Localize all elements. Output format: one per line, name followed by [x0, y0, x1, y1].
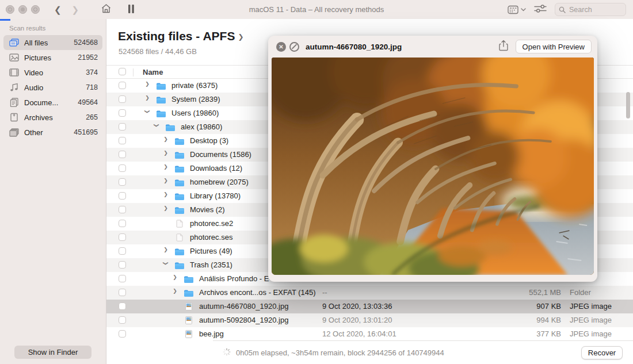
- preview-titlebar: ✕ autumn-4667080_1920.jpg Open with Prev…: [268, 36, 597, 58]
- folder-icon: [175, 247, 184, 255]
- row-checkbox[interactable]: [119, 261, 126, 269]
- file-name: System (2839): [171, 95, 220, 104]
- file-name: Downloads (12): [190, 164, 242, 173]
- disclosure-right-icon[interactable]: ❯: [162, 136, 169, 142]
- scan-progress-bar: [0, 19, 10, 21]
- sidebar-item-allfiles[interactable]: All files524568: [3, 35, 102, 50]
- close-window-button[interactable]: [6, 5, 14, 14]
- sidebar-item-other[interactable]: Other451695: [3, 125, 102, 140]
- filter-sliders-icon[interactable]: [534, 4, 547, 16]
- disclosure-right-icon[interactable]: ❯: [162, 247, 169, 252]
- folder-icon: [166, 123, 175, 131]
- footer-bar: 0h05m elapsed, ~3h54m remain, block 2944…: [213, 340, 633, 364]
- traffic-lights[interactable]: [6, 5, 44, 14]
- sidebar: Scan results All files524568Pictures2195…: [0, 19, 106, 364]
- row-checkbox[interactable]: [119, 192, 126, 200]
- disclosure-right-icon[interactable]: ❯: [162, 150, 169, 156]
- image-file-icon: [184, 316, 193, 324]
- disclosure-right-icon[interactable]: ❯: [162, 191, 169, 197]
- file-name: autumn-5092804_1920.jpg: [199, 316, 288, 324]
- image-file-icon: [184, 330, 193, 338]
- back-button[interactable]: ❮: [54, 5, 62, 15]
- file-date: 12 Oct 2020, 16:04:01: [322, 329, 396, 338]
- row-checkbox[interactable]: [119, 151, 126, 158]
- file-name: Pictures (49): [190, 247, 232, 255]
- row-checkbox[interactable]: [119, 330, 126, 338]
- disclosure-right-icon[interactable]: ❯: [162, 178, 169, 183]
- row-checkbox[interactable]: [119, 137, 126, 144]
- row-checkbox[interactable]: [119, 233, 126, 241]
- close-preview-icon[interactable]: ✕: [276, 42, 286, 52]
- name-column-header[interactable]: Name: [143, 68, 163, 76]
- sidebar-item-archives[interactable]: Archives265: [3, 110, 102, 125]
- table-row[interactable]: ❯Archivos encont...os - EXFAT (145)--552…: [106, 286, 633, 300]
- folder-icon: [175, 151, 184, 159]
- forward-button[interactable]: ❯: [72, 5, 79, 15]
- file-kind: JPEG image: [570, 329, 612, 338]
- disclosure-right-icon[interactable]: ❯: [162, 205, 169, 211]
- table-row[interactable]: autumn-5092804_1920.jpg9 Oct 2020, 13:01…: [106, 313, 633, 327]
- row-checkbox[interactable]: [119, 302, 126, 310]
- scan-status-text: 0h05m elapsed, ~3h54m remain, block 2944…: [236, 348, 444, 357]
- row-checkbox[interactable]: [119, 275, 126, 282]
- file-icon: [175, 233, 184, 242]
- chevron-down-icon: ❯: [238, 33, 243, 41]
- search-input[interactable]: [568, 5, 616, 14]
- file-name: Documents (1586): [190, 150, 251, 159]
- pause-scan-button[interactable]: [128, 5, 135, 15]
- row-checkbox[interactable]: [119, 164, 126, 172]
- sidebar-item-audio[interactable]: Audio718: [3, 80, 102, 95]
- file-name: homebrew (2075): [190, 178, 249, 186]
- chevron-down-icon: [521, 8, 526, 12]
- disclosure-right-icon[interactable]: ❯: [144, 95, 151, 101]
- show-in-finder-button[interactable]: Show in Finder: [14, 346, 91, 359]
- sidebar-item-docume[interactable]: Docume...49564: [3, 95, 102, 110]
- row-checkbox[interactable]: [119, 95, 126, 103]
- folder-icon: [175, 261, 184, 269]
- page-subtitle: 524568 files / 44,46 GB: [119, 47, 197, 56]
- video-icon: [9, 68, 19, 78]
- open-with-preview-button[interactable]: Open with Preview: [516, 40, 592, 53]
- disclosure-down-icon[interactable]: ❯: [144, 108, 150, 115]
- row-checkbox[interactable]: [119, 289, 126, 296]
- disclosure-right-icon[interactable]: ❯: [162, 164, 169, 170]
- view-options-button[interactable]: [508, 5, 526, 14]
- search-field[interactable]: [555, 3, 626, 16]
- row-checkbox[interactable]: [119, 316, 126, 324]
- table-row[interactable]: autumn-4667080_1920.jpg9 Oct 2020, 13:03…: [106, 300, 633, 313]
- home-icon[interactable]: [101, 3, 112, 16]
- file-name: Análisis Profundo - E: [199, 274, 269, 283]
- row-checkbox[interactable]: [119, 206, 126, 213]
- recover-button[interactable]: Recover: [581, 346, 623, 359]
- select-all-checkbox[interactable]: [119, 68, 126, 75]
- row-checkbox[interactable]: [119, 123, 126, 131]
- sidebar-item-count: 21952: [78, 53, 98, 62]
- sidebar-item-video[interactable]: Video374: [3, 65, 102, 80]
- disclosure-right-icon[interactable]: ❯: [171, 274, 178, 280]
- preview-image: [272, 58, 594, 275]
- sidebar-item-label: Pictures: [24, 53, 51, 62]
- table-row[interactable]: bee.jpg12 Oct 2020, 16:04:01377 KBJPEG i…: [106, 327, 633, 341]
- vertical-scrollbar[interactable]: [626, 92, 630, 118]
- disclosure-right-icon[interactable]: ❯: [144, 81, 151, 87]
- share-icon[interactable]: [499, 40, 508, 53]
- spinner-icon: [223, 348, 231, 358]
- disclosure-down-icon[interactable]: ❯: [154, 122, 159, 129]
- row-checkbox[interactable]: [119, 220, 126, 227]
- disclosure-right-icon[interactable]: ❯: [171, 288, 178, 294]
- row-checkbox[interactable]: [119, 109, 126, 117]
- zoom-window-button[interactable]: [31, 5, 40, 14]
- disclosure-down-icon[interactable]: ❯: [163, 260, 169, 267]
- folder-icon: [184, 289, 193, 297]
- sidebar-item-count: 451695: [74, 128, 98, 136]
- minimize-window-button[interactable]: [18, 5, 27, 14]
- no-entry-icon[interactable]: [289, 42, 299, 52]
- sidebar-item-pictures[interactable]: Pictures21952: [3, 50, 102, 65]
- page-title[interactable]: Existing files - APFS❯: [118, 29, 244, 43]
- folder-icon: [175, 192, 184, 200]
- row-checkbox[interactable]: [119, 178, 126, 186]
- row-checkbox[interactable]: [119, 247, 126, 255]
- column-divider: [133, 68, 134, 76]
- file-date: --: [322, 288, 327, 297]
- row-checkbox[interactable]: [119, 82, 126, 89]
